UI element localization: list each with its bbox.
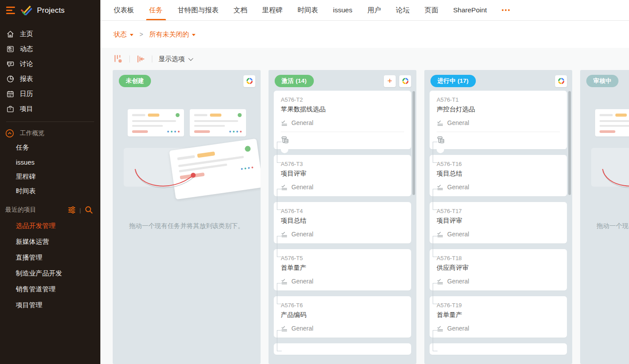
task-card-partial[interactable] <box>430 343 567 355</box>
topnav-tab[interactable]: 论坛 <box>396 0 409 20</box>
collapse-columns-icon[interactable] <box>136 54 146 64</box>
column-body: 拖动一个现有任务并将其放到该类别下。 <box>113 90 261 364</box>
task-id: A576-T1 <box>437 96 560 103</box>
recent-projects-list: 选品开发管理新媒体运营直播管理制造业产品开发销售管道管理项目管理 <box>0 218 100 313</box>
sidebar-menu-item[interactable]: 讨论 <box>0 56 100 71</box>
work-overview-label: 工作概览 <box>20 129 44 137</box>
milestone-icon <box>437 184 444 191</box>
display-options-dropdown[interactable]: 显示选项 <box>158 55 192 63</box>
add-task-button[interactable]: + <box>384 75 396 87</box>
toolbar-divider <box>129 55 130 63</box>
task-title: 产品编码 <box>281 311 404 319</box>
topnav-tab[interactable]: 文档 <box>234 0 247 20</box>
sync-column-button[interactable] <box>399 75 411 87</box>
menu-item-label: 报表 <box>20 75 33 83</box>
recent-project-item[interactable]: 新媒体运营 <box>0 234 100 250</box>
feed-icon <box>5 44 15 54</box>
task-title: 声控台灯选品 <box>437 105 560 114</box>
task-card[interactable]: A576-T5 首单量产 General <box>274 249 411 290</box>
task-card[interactable]: A576-T4 项目总结 General <box>274 202 411 243</box>
topnav-tab[interactable]: SharePoint <box>453 0 487 20</box>
sidebar-section-work-overview[interactable]: 工作概览 <box>0 126 100 140</box>
content-area: 显示选项 未创建 <box>100 48 629 364</box>
task-card[interactable]: A576-T1 声控台灯选品 General <box>430 91 567 149</box>
recent-project-item[interactable]: 项目管理 <box>0 297 100 313</box>
task-card[interactable]: A576-T3 项目评审 General <box>274 155 411 196</box>
column-status-badge: 未创建 <box>119 75 151 87</box>
illustration-mini-card <box>128 109 184 136</box>
plus-icon: + <box>387 77 392 85</box>
work-overview-item-里程碑[interactable]: 里程碑 <box>0 169 100 184</box>
topnav-tab[interactable]: 仪表板 <box>114 0 134 20</box>
sidebar: Projects 主页 动态 讨论 报表 日历 项目 工作概览 任务issues… <box>0 0 100 364</box>
recent-project-item[interactable]: 制造业产品开发 <box>0 265 100 281</box>
recent-project-item[interactable]: 选品开发管理 <box>0 218 100 234</box>
app-title: Projects <box>37 6 65 15</box>
projects-icon <box>5 104 15 114</box>
column-body: A576-T1 声控台灯选品 General A576-T16 项目总结 <box>424 90 572 364</box>
column-scrollbar[interactable] <box>568 91 571 195</box>
subtasks-icon <box>437 136 445 143</box>
column-scrollbar[interactable] <box>412 91 415 195</box>
task-card[interactable]: A576-T6 产品编码 General <box>274 296 411 338</box>
menu-item-label: 主页 <box>20 30 33 38</box>
illustration-arrow <box>132 161 207 196</box>
task-list-name: General <box>291 278 313 285</box>
subtask-expander[interactable] <box>281 146 288 153</box>
task-list-row: General <box>437 278 560 285</box>
task-card[interactable]: A576-T18 供应商评审 General <box>430 249 567 290</box>
task-card[interactable]: A576-T17 项目评审 General <box>430 202 567 243</box>
task-list-name: General <box>447 278 469 285</box>
topnav-tab[interactable]: 里程碑 <box>262 0 283 20</box>
topnav-tab[interactable]: 页面 <box>424 0 438 20</box>
chevron-up-circle-icon <box>5 129 14 138</box>
column-settings-icon[interactable] <box>114 54 123 64</box>
menu-item-label: 讨论 <box>20 60 33 68</box>
sidebar-menu-item[interactable]: 动态 <box>0 41 100 56</box>
sidebar-menu: 主页 动态 讨论 报表 日历 项目 <box>0 21 100 116</box>
column-header: 审核中 <box>580 70 629 90</box>
breadcrumb-status-dropdown[interactable]: 状态 <box>114 30 133 39</box>
work-overview-item-时间表[interactable]: 时间表 <box>0 184 100 199</box>
hamburger-menu-icon[interactable] <box>6 7 15 14</box>
sync-column-button[interactable] <box>243 75 255 87</box>
menu-item-label: 项目 <box>20 105 33 113</box>
topnav-tab[interactable]: 用户 <box>367 0 381 20</box>
task-card[interactable]: A576-T16 项目总结 General <box>430 155 567 196</box>
filter-icon[interactable] <box>67 206 76 214</box>
work-overview-item-issues[interactable]: issues <box>0 155 100 169</box>
more-tabs-icon[interactable] <box>502 0 510 20</box>
sidebar-menu-item[interactable]: 报表 <box>0 71 100 86</box>
sidebar-menu-item[interactable]: 日历 <box>0 86 100 101</box>
topnav-tab[interactable]: 任务 <box>149 0 163 20</box>
recent-project-item[interactable]: 销售管道管理 <box>0 281 100 297</box>
sync-column-button[interactable] <box>555 75 567 87</box>
column-body: A576-T2 苹果数据线选品 General A576-T3 项目评审 <box>269 90 416 364</box>
task-list-name: General <box>291 119 313 126</box>
milestone-icon <box>281 184 288 191</box>
breadcrumb-filter-label: 所有未关闭的 <box>149 30 189 39</box>
sidebar-menu-item[interactable]: 主页 <box>0 26 100 41</box>
recent-project-item[interactable]: 直播管理 <box>0 250 100 265</box>
topnav-tab[interactable]: 时间表 <box>298 0 318 20</box>
task-card[interactable]: A576-T19 首单量产 General <box>430 296 567 338</box>
task-subtasks-row <box>437 132 560 143</box>
kanban-board: 未创建 <box>100 70 629 364</box>
task-card-partial[interactable] <box>274 343 411 355</box>
search-icon[interactable] <box>85 206 93 214</box>
work-overview-item-任务[interactable]: 任务 <box>0 140 100 155</box>
toolbar-divider <box>152 55 152 63</box>
sync-icon <box>246 78 253 84</box>
task-title: 苹果数据线选品 <box>281 105 404 114</box>
milestone-icon <box>281 325 288 332</box>
topnav-tab[interactable]: issues <box>333 0 353 20</box>
topnav-tab[interactable]: 甘特图与报表 <box>178 0 219 20</box>
breadcrumb-filter-dropdown[interactable]: 所有未关闭的 <box>149 30 195 39</box>
sidebar-menu-item[interactable]: 项目 <box>0 101 100 116</box>
task-list-name: General <box>291 184 313 191</box>
task-card[interactable]: A576-T2 苹果数据线选品 General <box>274 91 411 149</box>
caret-down-icon <box>192 34 195 36</box>
subtask-expander[interactable] <box>437 146 444 153</box>
task-list-row: General <box>281 325 404 332</box>
illustration-drag-scene <box>123 143 250 204</box>
